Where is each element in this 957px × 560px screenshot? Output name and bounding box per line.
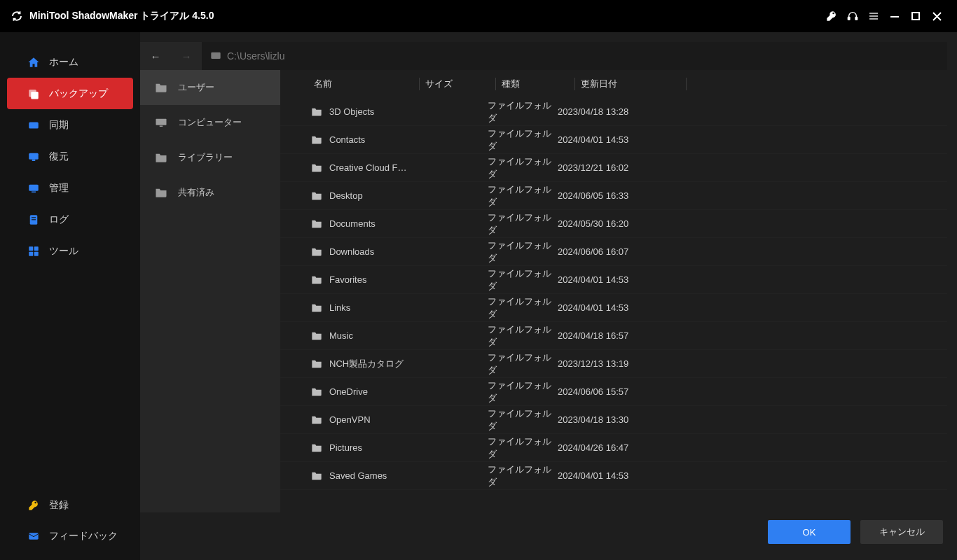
mail-icon <box>27 529 41 543</box>
menu-icon[interactable] <box>863 6 884 27</box>
svg-rect-20 <box>34 251 39 255</box>
nav-label: 管理 <box>49 182 69 195</box>
nav-sync[interactable]: 同期 <box>0 109 140 141</box>
file-name: Music <box>329 330 488 341</box>
svg-rect-12 <box>29 184 39 190</box>
col-date[interactable]: 更新日付 <box>578 78 683 90</box>
svg-rect-0 <box>848 17 850 20</box>
path-input[interactable]: C:\Users\lizlu <box>202 42 947 70</box>
nav-label: 登録 <box>49 499 69 512</box>
file-type: ファイルフォルダ <box>488 407 558 433</box>
nav-logs[interactable]: ログ <box>0 204 140 235</box>
nav-backup[interactable]: バックアップ <box>7 78 133 109</box>
file-date: 2023/12/13 13:19 <box>558 358 670 369</box>
col-type[interactable]: 種類 <box>499 78 572 90</box>
sidebar: ホーム バックアップ 同期 復元 管理 ログ <box>0 32 140 560</box>
nav-home[interactable]: ホーム <box>0 46 140 78</box>
folder-icon <box>311 359 324 368</box>
file-date: 2023/04/18 13:30 <box>558 414 670 425</box>
file-row[interactable]: Creative Cloud F…ファイルフォルダ2023/12/21 16:0… <box>280 154 947 182</box>
close-button[interactable] <box>926 6 947 27</box>
file-name: Documents <box>329 218 488 229</box>
file-row[interactable]: Contactsファイルフォルダ2024/04/01 14:53 <box>280 126 947 154</box>
file-date: 2023/04/18 13:28 <box>558 106 670 117</box>
svg-rect-5 <box>890 16 899 18</box>
svg-rect-11 <box>32 159 36 160</box>
svg-rect-9 <box>29 122 39 128</box>
place-user[interactable]: ユーザー <box>140 70 280 105</box>
file-row[interactable]: 3D Objectsファイルフォルダ2023/04/18 13:28 <box>280 98 947 126</box>
place-label: ライブラリー <box>178 151 233 164</box>
file-type: ファイルフォルダ <box>488 155 558 181</box>
file-list[interactable]: 3D Objectsファイルフォルダ2023/04/18 13:28Contac… <box>280 98 947 512</box>
file-type: ファイルフォルダ <box>488 435 558 461</box>
support-icon[interactable] <box>842 6 863 27</box>
col-name[interactable]: 名前 <box>311 78 416 90</box>
svg-rect-4 <box>869 18 878 19</box>
folder-icon <box>311 191 324 200</box>
nav-restore[interactable]: 復元 <box>0 141 140 172</box>
file-name: 3D Objects <box>329 106 488 117</box>
license-key-icon[interactable] <box>821 6 842 27</box>
file-name: NCH製品カタログ <box>329 358 488 370</box>
cancel-button[interactable]: キャンセル <box>860 520 943 544</box>
file-row[interactable]: Musicファイルフォルダ2024/04/18 16:57 <box>280 322 947 350</box>
file-date: 2024/04/01 14:53 <box>558 302 670 313</box>
dialog-footer: OK キャンセル <box>140 512 947 552</box>
place-shared[interactable]: 共有済み <box>140 175 280 210</box>
file-row[interactable]: Favoritesファイルフォルダ2024/04/01 14:53 <box>280 266 947 294</box>
nav-tools[interactable]: ツール <box>0 235 140 267</box>
nav-manage[interactable]: 管理 <box>0 172 140 204</box>
file-type: ファイルフォルダ <box>488 267 558 293</box>
folder-icon <box>311 219 324 228</box>
minimize-button[interactable] <box>884 6 905 27</box>
file-name: Contacts <box>329 134 488 145</box>
nav-forward-button[interactable]: → <box>171 42 202 70</box>
folder-icon <box>311 303 324 312</box>
file-name: OpenVPN <box>329 414 488 425</box>
file-type: ファイルフォルダ <box>488 211 558 237</box>
file-row[interactable]: Downloadsファイルフォルダ2024/06/06 16:07 <box>280 238 947 266</box>
maximize-button[interactable] <box>905 6 926 27</box>
drive-icon <box>210 51 221 61</box>
file-date: 2024/04/01 14:53 <box>558 274 670 285</box>
svg-rect-24 <box>160 126 163 127</box>
file-type: ファイルフォルダ <box>488 295 558 321</box>
nav-label: ツール <box>49 245 78 258</box>
nav-label: バックアップ <box>49 88 108 100</box>
svg-rect-15 <box>32 217 36 218</box>
pathbar: ← → C:\Users\lizlu <box>140 42 947 70</box>
file-row[interactable]: Saved Gamesファイルフォルダ2024/04/01 14:53 <box>280 462 947 490</box>
file-date: 2024/04/26 16:47 <box>558 442 670 453</box>
place-computer[interactable]: コンピューター <box>140 105 280 140</box>
svg-rect-10 <box>29 153 39 159</box>
file-row[interactable]: Picturesファイルフォルダ2024/04/26 16:47 <box>280 434 947 462</box>
nav-label: ホーム <box>49 56 78 69</box>
place-library[interactable]: ライブラリー <box>140 140 280 175</box>
col-size[interactable]: サイズ <box>422 78 493 90</box>
svg-rect-13 <box>32 191 36 192</box>
folder-icon <box>311 247 324 256</box>
path-text: C:\Users\lizlu <box>227 50 284 62</box>
nav-back-button[interactable]: ← <box>140 42 171 70</box>
nav-register[interactable]: 登録 <box>0 490 140 521</box>
file-date: 2024/04/01 14:53 <box>558 134 670 145</box>
file-row[interactable]: OpenVPNファイルフォルダ2023/04/18 13:30 <box>280 406 947 434</box>
ok-button[interactable]: OK <box>768 520 851 544</box>
app-title: MiniTool ShadowMaker トライアル 4.5.0 <box>29 10 214 22</box>
svg-rect-1 <box>855 17 858 20</box>
places-panel: ユーザー コンピューター ライブラリー 共有済み <box>140 70 280 512</box>
svg-rect-17 <box>29 246 33 251</box>
file-type: ファイルフォルダ <box>488 183 558 209</box>
file-row[interactable]: Linksファイルフォルダ2024/04/01 14:53 <box>280 294 947 322</box>
folder-icon <box>311 107 324 116</box>
file-date: 2024/05/30 16:20 <box>558 218 670 229</box>
nav-feedback[interactable]: フィードバック <box>0 521 140 552</box>
file-row[interactable]: OneDriveファイルフォルダ2024/06/06 15:57 <box>280 378 947 406</box>
nav-label: 同期 <box>49 119 69 132</box>
file-row[interactable]: Desktopファイルフォルダ2024/06/05 16:33 <box>280 182 947 210</box>
folder-icon <box>311 331 324 340</box>
file-row[interactable]: NCH製品カタログファイルフォルダ2023/12/13 13:19 <box>280 350 947 378</box>
home-icon <box>27 55 41 69</box>
file-row[interactable]: Documentsファイルフォルダ2024/05/30 16:20 <box>280 210 947 238</box>
